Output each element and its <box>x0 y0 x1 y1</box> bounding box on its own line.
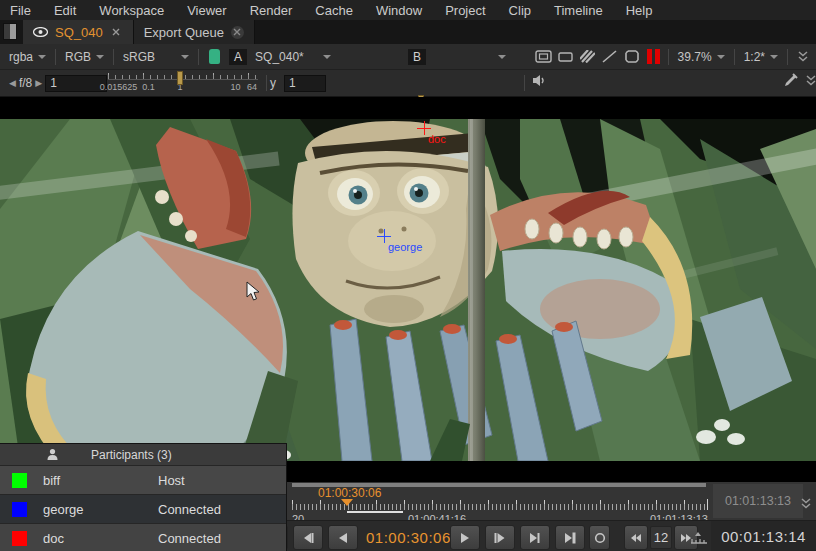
menu-file[interactable]: File <box>10 3 31 18</box>
colorspace-dropdown[interactable]: sRGB <box>118 50 194 64</box>
wipe-icon[interactable] <box>577 47 599 67</box>
zoom-value: 39.7% <box>678 50 712 64</box>
gain-slider-ticks <box>108 73 258 80</box>
channels-dropdown[interactable]: rgba <box>4 50 51 64</box>
channels-value: rgba <box>9 50 33 64</box>
pole <box>468 119 485 461</box>
menu-cache[interactable]: Cache <box>315 3 353 18</box>
menu-help[interactable]: Help <box>626 3 653 18</box>
separator <box>787 49 788 65</box>
gain-slider-handle[interactable] <box>177 71 183 85</box>
roi-icon[interactable] <box>621 47 643 67</box>
loop-mode-button[interactable] <box>589 525 610 550</box>
chevron-down-icon <box>96 55 104 59</box>
a-buffer-badge[interactable]: A <box>229 49 247 65</box>
timeline-ruler[interactable] <box>292 499 708 510</box>
menu-edit[interactable]: Edit <box>54 3 76 18</box>
fps-display[interactable]: 12 <box>650 526 672 549</box>
play-button[interactable] <box>450 525 480 550</box>
zoom-dropdown[interactable]: 39.7% <box>673 50 730 64</box>
tab-close-icon[interactable] <box>110 26 123 39</box>
participant-row-george[interactable]: george Connected <box>0 494 286 523</box>
participants-icon <box>46 448 59 461</box>
participants-panel: Participants (3) biff Host george Connec… <box>0 443 287 551</box>
gamma-input[interactable] <box>284 75 326 92</box>
volume-icon[interactable] <box>528 70 550 90</box>
participant-name: doc <box>43 531 158 546</box>
play-backward-button[interactable] <box>328 525 358 550</box>
participant-row-biff[interactable]: biff Host <box>0 465 286 494</box>
separator <box>734 49 735 65</box>
annotation-doc-label: doc <box>428 133 446 145</box>
participant-status: Connected <box>158 531 221 546</box>
pause-render-icon[interactable] <box>647 49 660 64</box>
goto-end-button[interactable] <box>555 525 585 550</box>
decrease-fps-button[interactable] <box>624 525 648 550</box>
participant-status: Host <box>158 473 185 488</box>
a-clip-dropdown[interactable]: SQ_040* <box>250 50 336 64</box>
proxy-dropdown[interactable]: 1:2* <box>739 50 783 64</box>
frame-forward-button[interactable] <box>485 525 515 550</box>
mask-overlay-icon[interactable] <box>555 47 577 67</box>
proxy-value: 1:2* <box>744 50 765 64</box>
playhead-timecode-label: 01:00:30:06 <box>318 486 381 500</box>
tick-label: 0.1 <box>142 82 155 92</box>
separator <box>113 49 114 65</box>
tag-icon[interactable] <box>209 49 220 64</box>
tab-label: SQ_040 <box>55 25 103 40</box>
tab-sq040[interactable]: SQ_040 <box>23 20 134 44</box>
annotation-george-label: george <box>388 241 422 253</box>
line-tool-icon[interactable] <box>599 47 621 67</box>
expand-chevrons-icon[interactable] <box>792 47 814 67</box>
chevron-down-icon <box>181 55 189 59</box>
fstop-decrement[interactable]: ◀ <box>9 78 16 88</box>
menu-viewer[interactable]: Viewer <box>187 3 227 18</box>
out-timecode-box: 01:01:13:13 <box>713 484 803 518</box>
duration-marker-icon[interactable] <box>690 530 708 548</box>
separator <box>524 75 525 91</box>
fstop-increment[interactable]: ▶ <box>35 78 42 88</box>
participant-color-swatch <box>12 531 27 546</box>
exposure-toolbar: ◀ f/8 ▶ 0.015625 0.1 1 10 64 y 0 0.1 1 2… <box>0 70 816 97</box>
a-clip-value: SQ_040* <box>255 50 304 64</box>
format-gate-icon[interactable] <box>533 47 555 67</box>
menu-timeline[interactable]: Timeline <box>554 3 603 18</box>
menu-clip[interactable]: Clip <box>509 3 531 18</box>
chevron-down-icon <box>717 55 725 59</box>
cached-range-bar <box>347 511 403 513</box>
participants-header[interactable]: Participants (3) <box>0 444 286 465</box>
frame-back-button[interactable] <box>293 525 323 550</box>
participant-color-swatch <box>12 502 27 517</box>
tab-export-queue[interactable]: Export Queue <box>134 20 255 44</box>
menu-render[interactable]: Render <box>250 3 293 18</box>
menu-workspace[interactable]: Workspace <box>99 3 164 18</box>
menu-bar: File Edit Workspace Viewer Render Cache … <box>0 0 816 20</box>
chevron-down-icon <box>38 55 46 59</box>
chevron-down-icon <box>498 55 506 59</box>
b-buffer-badge[interactable]: B <box>408 49 426 65</box>
tab-close-icon[interactable] <box>231 26 244 39</box>
layer-dropdown[interactable]: RGB <box>60 50 109 64</box>
viewer-canvas[interactable]: doc george <box>0 97 816 482</box>
menu-project[interactable]: Project <box>445 3 485 18</box>
expand-chevrons-icon[interactable] <box>800 496 812 514</box>
participant-row-doc[interactable]: doc Connected <box>0 523 286 551</box>
chevron-down-icon <box>770 55 778 59</box>
tab-label: Export Queue <box>144 25 224 40</box>
tick-label: 64 <box>247 82 257 92</box>
participant-color-swatch <box>12 473 27 488</box>
eyedropper-icon[interactable] <box>780 70 802 90</box>
pane-layout-icon[interactable] <box>3 23 17 40</box>
next-edit-button[interactable] <box>520 525 550 550</box>
b-clip-dropdown[interactable] <box>429 55 511 59</box>
separator <box>668 49 669 65</box>
gain-slider[interactable]: 0.015625 0.1 1 10 64 <box>108 70 258 94</box>
playhead-marker[interactable] <box>341 499 353 506</box>
fstop-label: f/8 <box>19 76 32 90</box>
participant-name: biff <box>43 473 158 488</box>
menu-window[interactable]: Window <box>376 3 422 18</box>
separator <box>198 49 199 65</box>
current-timecode: 01:00:30:06 <box>366 529 451 546</box>
gain-input[interactable] <box>45 75 107 92</box>
expand-chevrons-icon[interactable] <box>800 70 816 90</box>
